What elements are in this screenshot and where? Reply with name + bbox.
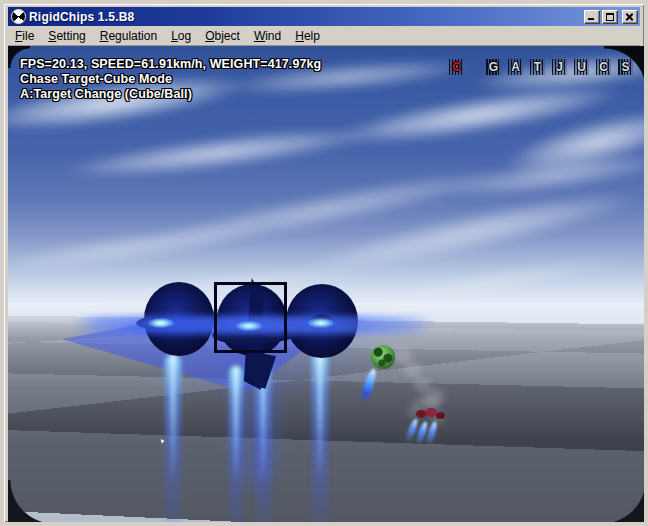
thruster-beam bbox=[312, 352, 328, 526]
cloud bbox=[62, 119, 373, 187]
menu-setting[interactable]: Setting bbox=[41, 27, 92, 45]
menu-log[interactable]: Log bbox=[164, 27, 198, 45]
hud-stats-line: FPS=20.13, SPEED=61.91km/h, WEIGHT=417.9… bbox=[20, 57, 321, 72]
close-button[interactable] bbox=[622, 10, 638, 24]
indicator-t: T bbox=[530, 59, 545, 75]
hud-hint-line: A:Target Change (Cube/Ball) bbox=[20, 87, 321, 102]
indicator-c2: C bbox=[596, 59, 611, 75]
title-bar[interactable]: RigidChips 1.5.B8 bbox=[8, 7, 640, 26]
indicator-g: G bbox=[486, 59, 501, 75]
indicator-c-active: C bbox=[449, 59, 464, 75]
target-selection-box bbox=[214, 282, 287, 353]
thruster-beam bbox=[165, 354, 181, 526]
cloud bbox=[8, 215, 268, 278]
status-indicator-row: C G A T J U C S bbox=[449, 59, 633, 75]
menu-bar: File Setting Regulation Log Object Wind … bbox=[8, 26, 640, 46]
window-title: RigidChips 1.5.B8 bbox=[29, 10, 134, 24]
green-ball-craft bbox=[371, 345, 395, 369]
flare-green-sparkle bbox=[150, 320, 170, 327]
maximize-icon bbox=[606, 13, 614, 21]
menu-help[interactable]: Help bbox=[288, 27, 327, 45]
indicator-j: J bbox=[552, 59, 567, 75]
indicator-a: A bbox=[508, 59, 523, 75]
maximize-button[interactable] bbox=[602, 10, 618, 24]
app-window: RigidChips 1.5.B8 File Setting Regulatio… bbox=[0, 0, 648, 526]
menu-regulation[interactable]: Regulation bbox=[93, 27, 164, 45]
flare-core bbox=[302, 316, 340, 330]
menu-wind[interactable]: Wind bbox=[247, 27, 288, 45]
hud-overlay: FPS=20.13, SPEED=61.91km/h, WEIGHT=417.9… bbox=[20, 57, 321, 102]
indicator-u: U bbox=[574, 59, 589, 75]
3d-viewport[interactable]: FPS=20.13, SPEED=61.91km/h, WEIGHT=417.9… bbox=[8, 46, 648, 526]
minimize-button[interactable] bbox=[584, 10, 600, 24]
thruster-beam bbox=[229, 366, 243, 526]
menu-file[interactable]: File bbox=[8, 27, 41, 45]
red-craft-chip bbox=[436, 412, 445, 419]
rigidchips-logo-icon bbox=[11, 9, 26, 24]
minimize-icon bbox=[588, 18, 594, 20]
indicator-s: S bbox=[618, 59, 633, 75]
smoke-puff bbox=[404, 362, 422, 377]
menu-object[interactable]: Object bbox=[198, 27, 247, 45]
hud-mode-line: Chase Target-Cube Mode bbox=[20, 72, 321, 87]
